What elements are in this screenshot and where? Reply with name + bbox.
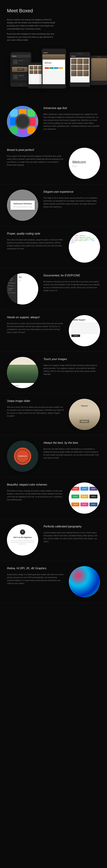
swipe-button[interactable]: SWIPE ME!: [80, 420, 89, 423]
circle-swipe: Shutter SWIPE ME!: [69, 399, 100, 430]
section-title: Hands on support, always!: [7, 315, 63, 319]
section-title: Touch your Images: [44, 357, 100, 362]
hero-section: Meet Boxed Boxed combines the beauty and…: [0, 0, 107, 101]
phone-nokia: NOKIA: [90, 56, 107, 85]
section-documented: StartStructuring ElementsUsing ElementsR…: [0, 268, 107, 310]
section-title: Immersive app feel: [44, 106, 100, 111]
section-colors: ButtonButtonButtonButtonButtonButtonButt…: [0, 477, 107, 519]
section-title: Documented, for EVERYONE: [44, 273, 100, 278]
support-field[interactable]: [72, 329, 98, 334]
hero-paragraph-1: Boxed combines the beauty and elegance o…: [7, 18, 56, 30]
color-button[interactable]: Button: [80, 487, 88, 491]
section-body: Not everyone is a coder, and we know tha…: [7, 322, 63, 334]
circle-welcome: Welcom To a m: [69, 148, 100, 179]
color-button[interactable]: Button: [72, 495, 79, 498]
circle-support: Enabled Support Submit: [69, 315, 100, 346]
appstore-icon: [20, 529, 25, 535]
circle-apps: [7, 106, 38, 137]
circle-badge: POWER ELITE: [7, 441, 38, 472]
section-title: Elegant user experience: [44, 190, 100, 194]
section-elegant-ux: Unintrusive Perfection This is a simple …: [0, 184, 107, 226]
support-field[interactable]: [72, 323, 98, 325]
doc-sidebar: StartStructuring ElementsUsing ElementsR…: [7, 273, 17, 305]
hero-paragraph-2: Boxed has been designed to keep everythi…: [7, 32, 56, 42]
section-coding: <div class="content"> <h3 class="upperca…: [0, 226, 107, 268]
color-button[interactable]: Button: [72, 487, 79, 491]
circle-modal: Unintrusive Perfection This is a simple …: [7, 190, 38, 221]
section-body: We code to the latest web standards, usi…: [7, 238, 63, 250]
section-title: Retina, Hi DPI, 2K, 4K Graphics: [7, 566, 63, 570]
section-body: We're the only Elite Authors on the mark…: [44, 447, 100, 459]
section-body: Every aspect of the page has been design…: [7, 155, 63, 166]
section-touch: An awesome gallery○ ● ○ Touch your Image…: [0, 352, 107, 394]
color-button[interactable]: Button: [89, 503, 98, 506]
section-body: A perfect design would mean nothing if t…: [44, 531, 100, 543]
section-title: Beautiful, elegant color schemes: [7, 483, 63, 487]
phone-small: [28, 62, 44, 89]
section-title: Always the best, by the best: [44, 441, 100, 445]
section-swipe: Shutter SWIPE ME! Swipe image slider Why…: [0, 394, 107, 435]
section-body: Your finger is not a mouse cursor, and w…: [44, 196, 100, 208]
pagination-dots-icon: ○ ● ○: [34, 384, 37, 386]
circle-colors: ButtonButtonButtonButtonButtonButtonButt…: [69, 483, 100, 514]
section-body: With a simple tap, create a beautiful ho…: [44, 113, 100, 130]
color-button[interactable]: Button: [80, 503, 88, 506]
hero-title: Meet Boxed: [7, 7, 100, 15]
phone-samsung: Boxed SAMSUNG: [70, 52, 90, 87]
support-field[interactable]: [72, 326, 98, 328]
section-title: Perfectly calibrated typography: [44, 524, 100, 529]
color-button[interactable]: Button: [80, 495, 88, 498]
elite-badge-icon: POWER ELITE: [14, 447, 31, 465]
circle-retina: [69, 566, 100, 597]
circle-code: <div class="content"> <h3 class="upperca…: [69, 231, 100, 262]
section-body: Swipe from image to image inside the ful…: [44, 364, 100, 376]
phone-iphone: Boxed WelcomeExperience the new way: [42, 49, 66, 89]
section-body: A pixel perfect design on a latest gener…: [7, 573, 63, 585]
phone-header: Boxed: [11, 55, 30, 58]
assistive-ring-icon: [15, 114, 30, 129]
section-body: We believe in teaching you how to use th…: [44, 280, 100, 292]
section-pixel-perfect: Welcom To a m Boxed is pixel perfect! Ev…: [0, 143, 107, 184]
section-body: We believe in choice, in giving our buye…: [7, 489, 63, 501]
section-app-feel: Immersive app feel With a simple tap, cr…: [0, 101, 107, 143]
circle-gallery: An awesome gallery○ ● ○: [7, 357, 38, 388]
section-title: Boxed is pixel perfect!: [7, 148, 63, 152]
color-button[interactable]: Button: [72, 503, 79, 506]
section-body: Why use a menu? All of our sliders and c…: [7, 406, 63, 417]
color-button[interactable]: Button: [89, 487, 98, 491]
section-best: POWER ELITE Always the best, by the best…: [0, 435, 107, 477]
section-title: Swipe image slider: [7, 399, 63, 403]
circle-docs: StartStructuring ElementsUsing ElementsR…: [7, 273, 38, 305]
section-retina: Retina, Hi DPI, 2K, 4K Graphics A pixel …: [0, 561, 107, 603]
section-title: Proper, quality coding style: [7, 231, 63, 236]
circle-typography: Get it on the Appstore This is a short d…: [7, 524, 38, 556]
color-button[interactable]: Button: [89, 495, 98, 498]
submit-button[interactable]: Submit: [72, 335, 80, 337]
section-support: Enabled Support Submit Hands on support,…: [0, 310, 107, 352]
section-typography: Get it on the Appstore This is a short d…: [0, 519, 107, 561]
device-mockups: Boxed Text Title CHECK IT Image Title hT…: [7, 45, 100, 94]
